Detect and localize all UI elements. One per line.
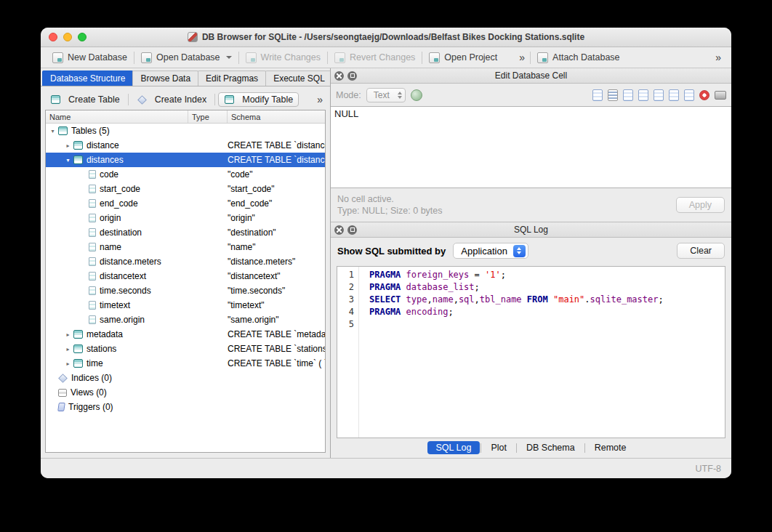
tree-row[interactable]: name "name" (46, 240, 325, 254)
tree-cell-schema: CREATE TABLE `metadata` (228, 329, 325, 339)
tree-item-label: code (100, 169, 118, 180)
open-database-button[interactable]: Open Database (134, 47, 238, 68)
tree-row[interactable]: ▸ time CREATE TABLE `time` ( `fie (46, 356, 325, 371)
sql-log-view[interactable]: 12345 PRAGMA foreign_keys = '1';PRAGMA d… (337, 266, 725, 438)
tree-row[interactable]: start_code "start_code" (46, 182, 325, 196)
copy-icon[interactable] (623, 89, 633, 101)
write-changes-icon (246, 52, 257, 63)
column-header-name[interactable]: Name (46, 110, 188, 123)
encoding-indicator[interactable]: UTF-8 (696, 464, 721, 474)
toolbar-overflow-icon[interactable]: » (710, 52, 726, 63)
tree-item-label: timetext (100, 300, 130, 310)
detach-panel-button[interactable] (347, 71, 357, 81)
tree-row[interactable]: code "code" (46, 167, 325, 182)
tree-row[interactable]: timetext "timetext" (46, 298, 325, 313)
tab-sql-log[interactable]: SQL Log (427, 441, 481, 454)
line-number: 1 (337, 269, 354, 281)
tree-cell-schema: "timetext" (228, 300, 325, 310)
tree-item-label: time (87, 358, 103, 368)
detach-icon (350, 227, 355, 232)
tree-row[interactable]: distance.meters "distance.meters" (46, 254, 325, 269)
toolbar-overflow-icon[interactable]: » (514, 52, 530, 63)
import-icon[interactable] (654, 89, 664, 101)
tree-row[interactable]: origin "origin" (46, 211, 325, 225)
mode-value: Text (374, 90, 390, 100)
tree-row[interactable]: Indices (0) (46, 371, 325, 385)
stepper-icon (513, 245, 526, 257)
tab-execute-sql[interactable]: Execute SQL (265, 70, 333, 86)
create-index-label: Create Index (155, 94, 207, 105)
expander-icon[interactable]: ▸ (63, 346, 73, 352)
tree-row[interactable]: time.seconds "time.seconds" (46, 283, 325, 298)
window-title-wrap: DB Browser for SQLite - /Users/seongtaej… (41, 32, 731, 42)
tree-row[interactable]: distancetext "distancetext" (46, 269, 325, 283)
main-area: Database Structure Browse Data Edit Prag… (41, 68, 731, 458)
attach-database-button[interactable]: Attach Database (531, 47, 626, 68)
text-view-icon[interactable] (592, 89, 603, 101)
tree-row[interactable]: same.origin "same.origin" (46, 313, 325, 327)
tree-row[interactable]: end_code "end_code" (46, 196, 325, 211)
tab-separator (584, 443, 585, 453)
tree-row[interactable]: ▸ stations CREATE TABLE `stations` ( (46, 342, 325, 356)
create-index-button[interactable]: Create Index (132, 93, 212, 106)
cell-editor-textarea[interactable]: NULL (331, 106, 731, 188)
apply-button[interactable]: Apply (676, 197, 725, 213)
field-icon (89, 301, 96, 310)
print-icon[interactable] (715, 91, 726, 100)
gear-icon[interactable] (411, 89, 422, 101)
field-icon (89, 214, 96, 222)
edit-cell-status: No cell active. Type: NULL; Size: 0 byte… (331, 188, 731, 222)
tree-row[interactable]: ▾ distances CREATE TABLE `distances` (46, 153, 325, 167)
tab-remote[interactable]: Remote (586, 441, 635, 454)
clear-button[interactable]: Clear (677, 243, 725, 259)
tree-cell-name: origin (46, 213, 188, 223)
revert-changes-button[interactable]: Revert Changes (328, 47, 422, 68)
modify-table-button[interactable]: Modify Table (218, 92, 299, 107)
column-header-type[interactable]: Type (188, 110, 228, 123)
tree-cell-schema: "distance.meters" (228, 257, 325, 267)
close-panel-button[interactable] (334, 225, 344, 235)
tree-row[interactable]: Views (0) (46, 385, 325, 400)
word-wrap-icon[interactable] (608, 89, 618, 101)
minimize-window-button[interactable] (63, 33, 72, 41)
structure-tree: Name Type Schema ▾ Tables (5) ▸ distance… (45, 110, 326, 453)
table-icon (73, 359, 83, 368)
tree-row[interactable]: ▾ Tables (5) (46, 124, 325, 138)
table-icon (73, 156, 83, 164)
column-header-schema[interactable]: Schema (228, 110, 325, 123)
zoom-window-button[interactable] (78, 33, 87, 41)
tab-db-schema[interactable]: DB Schema (518, 441, 584, 454)
tab-browse-data[interactable]: Browse Data (132, 70, 198, 86)
expander-icon[interactable]: ▸ (63, 331, 73, 338)
detach-panel-button[interactable] (347, 225, 357, 235)
new-database-button[interactable]: New Database (46, 47, 134, 68)
tree-row[interactable]: ▸ metadata CREATE TABLE `metadata` (46, 327, 325, 342)
tree-row[interactable]: destination "destination" (46, 225, 325, 240)
create-table-button[interactable]: Create Table (45, 93, 125, 106)
tree-row[interactable]: ▸ distance CREATE TABLE `distance` ( (46, 138, 325, 153)
paste-icon[interactable] (638, 89, 648, 101)
save-icon[interactable] (684, 89, 694, 101)
tree-row[interactable]: Triggers (0) (46, 400, 325, 414)
open-project-label: Open Project (444, 52, 497, 63)
mode-combobox[interactable]: Text (366, 88, 406, 102)
set-null-icon[interactable] (699, 90, 709, 100)
tab-database-structure[interactable]: Database Structure (42, 70, 133, 86)
expander-icon[interactable]: ▾ (48, 128, 57, 134)
export-icon[interactable] (669, 89, 679, 101)
expander-icon[interactable]: ▸ (63, 360, 73, 367)
application-dropdown[interactable]: Application (453, 243, 528, 259)
expander-icon[interactable]: ▸ (63, 142, 73, 149)
tab-plot[interactable]: Plot (482, 441, 515, 454)
field-icon (89, 257, 96, 266)
write-changes-button[interactable]: Write Changes (239, 47, 327, 68)
tab-edit-pragmas[interactable]: Edit Pragmas (198, 70, 266, 86)
expander-icon[interactable]: ▾ (63, 157, 73, 164)
actions-overflow-icon[interactable]: » (317, 94, 326, 105)
close-window-button[interactable] (49, 33, 57, 41)
close-panel-button[interactable] (334, 71, 344, 81)
chevron-down-icon (226, 56, 232, 59)
cell-status-line2: Type: NULL; Size: 0 bytes (337, 206, 443, 216)
tree-item-label: start_code (100, 184, 140, 194)
open-project-button[interactable]: Open Project (422, 47, 504, 68)
